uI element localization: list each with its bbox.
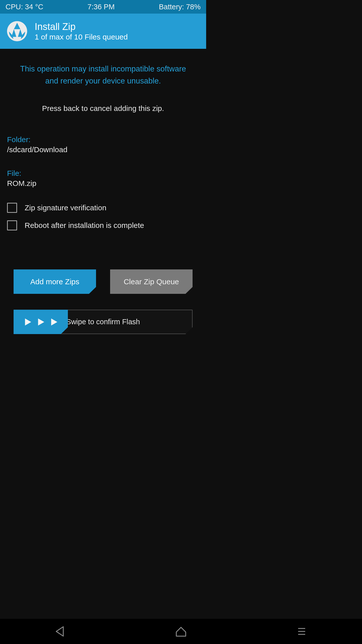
add-more-zips-button[interactable]: Add more Zips <box>14 269 96 294</box>
warning-text: This operation may install incompatible … <box>7 63 199 87</box>
checkbox-icon[interactable] <box>7 220 17 230</box>
status-bar: CPU: 34 °C 7:36 PM Battery: 78% <box>0 0 206 14</box>
file-value: ROM.zip <box>7 179 199 188</box>
header: Install Zip 1 of max of 10 Files queued <box>0 14 206 49</box>
add-more-label: Add more Zips <box>30 277 79 286</box>
content-area: This operation may install incompatible … <box>0 49 206 341</box>
checkbox-label-signature: Zip signature verification <box>25 204 106 212</box>
folder-value: /sdcard/Download <box>7 145 199 154</box>
swipe-slider[interactable]: Swipe to confirm Flash <box>14 310 193 334</box>
checkbox-label-reboot: Reboot after installation is complete <box>25 221 144 230</box>
folder-label: Folder: <box>7 135 199 144</box>
play-icon <box>22 317 33 327</box>
clock: 7:36 PM <box>87 3 115 11</box>
hint-text: Press back to cancel adding this zip. <box>7 104 199 113</box>
cpu-temp: CPU: 34 °C <box>6 3 43 11</box>
header-text: Install Zip 1 of max of 10 Files queued <box>35 21 128 41</box>
button-row: Add more Zips Clear Zip Queue <box>14 269 193 294</box>
clear-zip-queue-button[interactable]: Clear Zip Queue <box>110 269 193 294</box>
checkbox-icon[interactable] <box>7 203 17 213</box>
queue-status: 1 of max of 10 Files queued <box>35 33 128 41</box>
info-block: Folder: /sdcard/Download File: ROM.zip Z… <box>7 135 199 230</box>
slider-handle[interactable] <box>14 310 68 334</box>
checkbox-row-reboot[interactable]: Reboot after installation is complete <box>7 220 199 230</box>
clear-queue-label: Clear Zip Queue <box>124 277 179 286</box>
twrp-logo-icon <box>7 21 27 41</box>
play-icon <box>49 317 59 327</box>
page-title: Install Zip <box>35 21 128 32</box>
play-icon <box>35 317 46 327</box>
battery-level: Battery: 78% <box>159 3 201 11</box>
slider-label: Swipe to confirm Flash <box>66 318 140 326</box>
checkbox-row-signature[interactable]: Zip signature verification <box>7 203 199 213</box>
file-label: File: <box>7 169 199 178</box>
